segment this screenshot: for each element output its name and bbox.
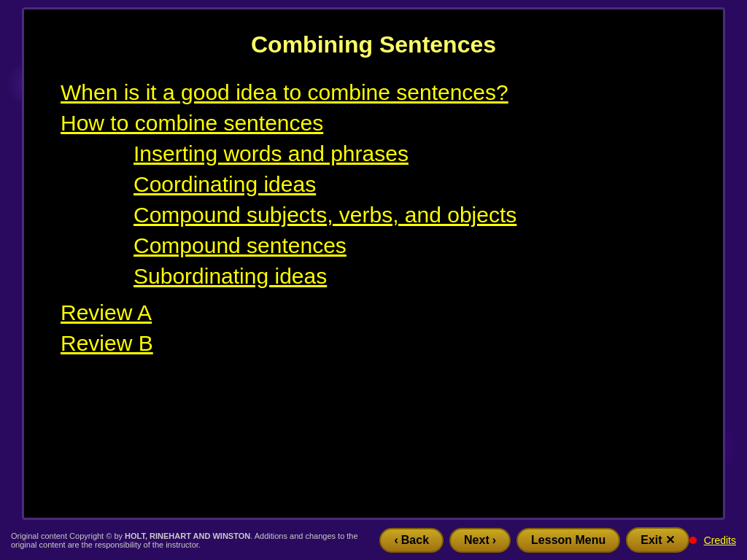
- copyright-text: Original content Copyright © by HOLT, RI…: [7, 532, 379, 549]
- back-button[interactable]: ‹ Back: [379, 528, 444, 553]
- list-item: Review B: [61, 331, 686, 356]
- when-combine-link[interactable]: When is it a good idea to combine senten…: [61, 80, 508, 104]
- page-title: Combining Sentences: [61, 31, 686, 58]
- menu-list: When is it a good idea to combine senten…: [61, 80, 686, 356]
- compound-subjects-link[interactable]: Compound subjects, verbs, and objects: [133, 203, 516, 227]
- company-name: HOLT, RINEHART AND WINSTON: [125, 532, 250, 540]
- credits-area: Credits: [689, 534, 740, 546]
- subordinating-ideas-link[interactable]: Subordinating ideas: [133, 264, 327, 288]
- compound-sentences-link[interactable]: Compound sentences: [133, 233, 347, 257]
- inserting-words-link[interactable]: Inserting words and phrases: [133, 141, 409, 166]
- copyright-prefix: Original content Copyright © by: [11, 532, 125, 540]
- list-item: Compound sentences: [61, 233, 686, 258]
- list-item: Coordinating ideas: [61, 172, 686, 197]
- list-item: Inserting words and phrases: [61, 141, 686, 166]
- next-button[interactable]: Next ›: [449, 528, 511, 553]
- exit-x-icon: ✕: [665, 533, 675, 547]
- back-label: Back: [401, 534, 429, 547]
- bottom-navigation-bar: Original content Copyright © by HOLT, RI…: [0, 520, 747, 560]
- credits-link[interactable]: Credits: [704, 534, 740, 546]
- review-a-link[interactable]: Review A: [61, 300, 152, 324]
- exit-label: Exit: [640, 534, 662, 547]
- list-item: Subordinating ideas: [61, 264, 686, 289]
- list-item: Review A: [61, 300, 686, 325]
- lesson-menu-button[interactable]: Lesson Menu: [516, 528, 620, 553]
- how-combine-link[interactable]: How to combine sentences: [61, 111, 323, 135]
- list-item: Compound subjects, verbs, and objects: [61, 203, 686, 228]
- list-item: How to combine sentences: [61, 111, 686, 136]
- exit-button[interactable]: Exit ✕: [626, 527, 689, 553]
- lesson-menu-label: Lesson Menu: [531, 534, 605, 547]
- list-item: When is it a good idea to combine senten…: [61, 80, 686, 105]
- review-b-link[interactable]: Review B: [61, 331, 153, 355]
- credits-dot-icon: [689, 537, 697, 544]
- main-content-area: Combining Sentences When is it a good id…: [22, 7, 725, 520]
- next-chevron-icon: ›: [492, 534, 496, 547]
- nav-buttons-group: ‹ Back Next › Lesson Menu Exit ✕: [379, 527, 689, 553]
- back-chevron-icon: ‹: [394, 534, 398, 547]
- next-label: Next: [464, 534, 489, 547]
- coordinating-ideas-link[interactable]: Coordinating ideas: [133, 172, 316, 196]
